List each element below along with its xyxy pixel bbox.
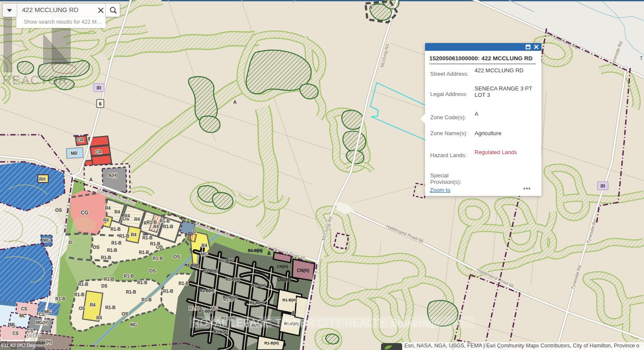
svg-text:6: 6 — [99, 101, 101, 106]
svg-text:R1-B: R1-B — [107, 248, 117, 253]
svg-text:R1-B: R1-B — [124, 274, 134, 279]
svg-text:OS: OS — [55, 208, 62, 213]
svg-text:R4: R4 — [202, 243, 207, 248]
svg-text:R4: R4 — [125, 214, 130, 218]
svg-text:R1-B(H): R1-B(H) — [251, 283, 266, 288]
svg-text:R1-B: R1-B — [139, 250, 149, 255]
svg-text:R1-B(H): R1-B(H) — [184, 263, 199, 267]
svg-text:A: A — [267, 251, 270, 256]
svg-text:R1-B: R1-B — [111, 241, 121, 245]
svg-text:OS: OS — [122, 311, 128, 316]
svg-text:R1-B(H): R1-B(H) — [225, 277, 240, 282]
svg-text:CR: CR — [95, 150, 102, 155]
svg-text:R1-B: R1-B — [105, 305, 115, 310]
svg-text:OS: OS — [149, 268, 156, 273]
svg-text:A: A — [233, 99, 237, 105]
svg-text:MR: MR — [71, 151, 78, 156]
svg-text:CS: CS — [13, 331, 19, 336]
svg-text:R1-B: R1-B — [141, 297, 151, 302]
svg-text:R4: R4 — [97, 316, 102, 320]
svg-text:R1-B: R1-B — [178, 281, 188, 286]
svg-text:R1-B: R1-B — [101, 255, 111, 260]
svg-text:CS: CS — [21, 307, 27, 311]
svg-text:OS: OS — [173, 254, 180, 259]
svg-text:OS(H): OS(H) — [277, 277, 291, 282]
svg-text:MG: MG — [130, 322, 137, 327]
svg-text:R1-B: R1-B — [142, 235, 152, 240]
svg-text:R1-B: R1-B — [104, 277, 114, 282]
svg-text:R4: R4 — [90, 303, 96, 307]
svg-text:R1-B: R1-B — [119, 234, 129, 238]
svg-text:R1-B: R1-B — [78, 282, 88, 287]
svg-text:OS: OS — [93, 245, 100, 250]
svg-text:A: A — [369, 5, 372, 10]
svg-text:IR: IR — [600, 183, 605, 189]
svg-text:RH: RH — [39, 177, 45, 182]
svg-text:MG: MG — [44, 309, 52, 314]
svg-text:R1-B: R1-B — [110, 227, 120, 232]
svg-text:R1-B: R1-B — [74, 292, 84, 297]
svg-text:CR: CR — [77, 138, 84, 142]
svg-text:R1-B: R1-B — [163, 289, 173, 294]
svg-text:DS: DS — [101, 284, 107, 288]
svg-text:T: T — [640, 56, 643, 62]
svg-text:R1-B: R1-B — [126, 290, 136, 294]
svg-text:CN(H): CN(H) — [297, 268, 309, 273]
svg-text:R1-B(H): R1-B(H) — [199, 309, 213, 313]
svg-text:ML: ML — [10, 322, 16, 327]
svg-text:R1-B(H): R1-B(H) — [213, 330, 228, 334]
svg-text:R1-B(H): R1-B(H) — [282, 298, 297, 302]
svg-text:R4: R4 — [115, 210, 120, 214]
svg-text:R1-B: R1-B — [163, 224, 173, 229]
svg-text:MG: MG — [43, 238, 50, 243]
svg-text:R1-B(H): R1-B(H) — [264, 341, 279, 345]
svg-text:R4: R4 — [103, 218, 109, 223]
svg-text:R1-B: R1-B — [153, 256, 163, 261]
svg-text:MG: MG — [201, 252, 208, 257]
svg-text:OS: OS — [79, 306, 85, 311]
svg-text:CG: CG — [81, 210, 88, 216]
svg-text:REACTOR: REACTOR — [3, 73, 68, 87]
svg-text:R1-B(H): R1-B(H) — [200, 288, 214, 293]
svg-text:R1-B(H): R1-B(H) — [248, 248, 263, 253]
svg-text:R1-B: R1-B — [150, 242, 160, 246]
svg-text:R1-B(H): R1-B(H) — [223, 295, 238, 300]
svg-text:R4: R4 — [134, 217, 140, 222]
svg-text:R1-B(H): R1-B(H) — [203, 269, 218, 273]
svg-text:A(H): A(H) — [108, 173, 118, 178]
svg-text:R1-B: R1-B — [137, 280, 147, 285]
svg-text:ML: ML — [19, 313, 25, 318]
svg-text:D: D — [193, 229, 197, 234]
svg-text:R1-B: R1-B — [159, 219, 169, 223]
svg-text:R1-B: R1-B — [147, 220, 156, 225]
svg-text:A: A — [291, 310, 294, 315]
svg-text:R1-B: R1-B — [55, 297, 65, 301]
svg-text:R4: R4 — [105, 206, 111, 211]
svg-text:R1-B(H): R1-B(H) — [219, 258, 234, 263]
svg-text:A: A — [89, 177, 93, 182]
svg-text:R4: R4 — [131, 232, 137, 237]
svg-text:MG(H): MG(H) — [36, 320, 49, 325]
svg-text:R1-B: R1-B — [189, 306, 199, 311]
svg-text:D: D — [69, 240, 72, 245]
svg-text:CN(H): CN(H) — [277, 264, 288, 269]
svg-text:R1-B(H): R1-B(H) — [250, 300, 264, 305]
svg-text:R4: R4 — [153, 224, 159, 229]
